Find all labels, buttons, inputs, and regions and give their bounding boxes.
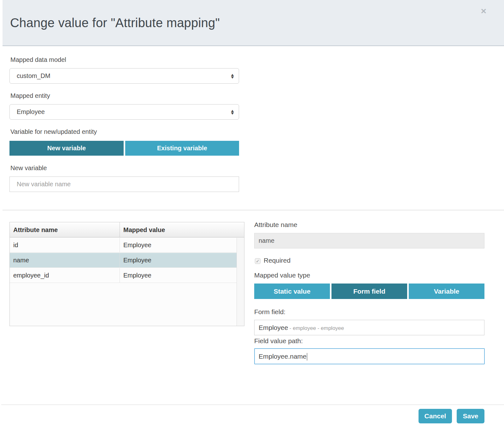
existing-variable-toggle-button[interactable]: Existing variable	[125, 141, 239, 156]
form-field-select[interactable]: Employee - employee - employee	[254, 320, 484, 335]
column-divider	[120, 222, 120, 237]
column-divider	[120, 253, 120, 267]
dialog-header: Change value for "Attribute mapping"	[3, 0, 504, 46]
field-value-path-label: Field value path:	[254, 337, 303, 345]
variable-type-button[interactable]: Variable	[409, 284, 484, 299]
cancel-button[interactable]: Cancel	[419, 409, 452, 423]
mapped-data-model-label: Mapped data model	[10, 56, 66, 63]
checkmark-icon: ✓	[256, 259, 260, 264]
form-field-label: Form field:	[254, 308, 285, 316]
table-body: id Employee name Employee employee_id Em…	[10, 238, 237, 326]
new-variable-input[interactable]: New variable name	[9, 176, 239, 192]
dialog-title: Change value for "Attribute mapping"	[10, 16, 220, 30]
attribute-mapping-dialog: Change value for "Attribute mapping" × M…	[0, 0, 504, 442]
table-header-row: Attribute name Mapped value	[10, 222, 244, 237]
mapped-value-type-label: Mapped value type	[254, 272, 310, 279]
attribute-name-value: name	[259, 237, 274, 244]
mapped-entity-select[interactable]: Employee ▲▼	[9, 104, 239, 120]
select-spinner-icon: ▲▼	[231, 71, 234, 81]
form-field-value-detail: - employee - employee	[290, 325, 344, 331]
static-value-type-button[interactable]: Static value	[254, 284, 330, 299]
table-row[interactable]: id Employee	[10, 238, 237, 253]
select-spinner-icon: ▲▼	[231, 107, 234, 117]
close-icon[interactable]: ×	[481, 6, 486, 16]
save-button[interactable]: Save	[457, 409, 484, 423]
table-row[interactable]: employee_id Employee	[10, 268, 237, 283]
column-header-attribute-name[interactable]: Attribute name	[10, 222, 120, 237]
required-label: Required	[264, 257, 290, 264]
mapped-entity-label: Mapped entity	[10, 92, 50, 99]
cell-mapped-value: Employee	[120, 253, 237, 268]
column-header-mapped-value[interactable]: Mapped value	[120, 222, 244, 237]
new-variable-placeholder: New variable name	[17, 181, 71, 188]
mapped-data-model-select[interactable]: custom_DM ▲▼	[9, 68, 239, 84]
form-field-type-button[interactable]: Form field	[331, 284, 407, 299]
column-divider	[120, 268, 120, 283]
field-value-path-value: Employee.name	[259, 353, 307, 360]
mapped-data-model-value: custom_DM	[17, 72, 50, 79]
cell-attribute-name: employee_id	[10, 268, 120, 283]
field-value-path-input[interactable]: Employee.name	[254, 348, 485, 364]
form-field-value: Employee	[259, 324, 288, 331]
text-cursor	[307, 353, 307, 361]
footer-divider	[1, 404, 504, 405]
variable-toggle-label: Variable for new/updated entity	[10, 128, 97, 135]
cell-attribute-name: name	[10, 253, 120, 268]
cell-attribute-name: id	[10, 238, 120, 253]
new-variable-label: New variable	[10, 164, 47, 172]
attribute-name-label: Attribute name	[254, 221, 297, 229]
mapped-entity-value: Employee	[17, 108, 45, 115]
cell-mapped-value: Employee	[120, 238, 237, 253]
cell-mapped-value: Employee	[120, 268, 237, 283]
attribute-mapping-table: Attribute name Mapped value id Employee …	[9, 222, 244, 326]
attribute-name-input-disabled: name	[254, 233, 484, 248]
required-checkbox[interactable]: ✓	[255, 258, 261, 264]
section-divider	[3, 210, 504, 211]
table-row-selected[interactable]: name Employee	[10, 253, 237, 268]
column-divider	[120, 238, 120, 252]
table-scrollbar-track[interactable]	[237, 238, 244, 326]
new-variable-toggle-button[interactable]: New variable	[9, 141, 124, 156]
